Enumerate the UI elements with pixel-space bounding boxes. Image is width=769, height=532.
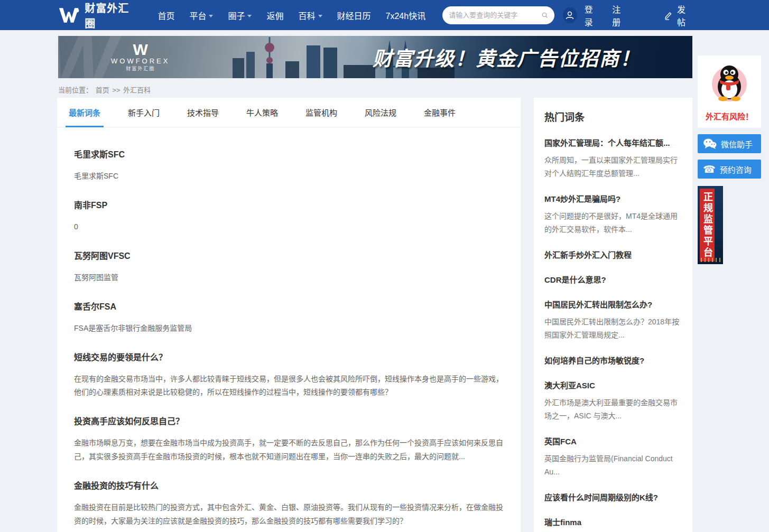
banner-watermark: W — [58, 36, 117, 78]
nav-item-home[interactable]: 首页 — [150, 0, 182, 30]
banner-logo-subname: 财富外汇圈 — [111, 65, 170, 72]
consult-booking-label: 预约咨询 — [720, 164, 752, 175]
list-item: MT4炒外汇是骗局吗? 这个问题提的不是很好，MT4是全球通用的外汇交易软件，软… — [544, 193, 682, 236]
tab-label: 最新词条 — [69, 107, 100, 118]
regulated-platform-ad-banner[interactable]: 正规监管平台 — [698, 186, 723, 264]
nav-item-label: 平台 — [189, 9, 206, 22]
search-icon[interactable] — [542, 11, 548, 20]
side-item-title[interactable]: 国家外汇管理局：个人每年结汇额... — [544, 137, 682, 148]
side-item-desc: 英国金融行为监管局(Financial Conduct Au... — [544, 452, 682, 478]
tab-risk-regulation[interactable]: 风险法规 — [365, 98, 396, 127]
nav-item-calendar[interactable]: 财经日历 — [330, 0, 378, 30]
register-link[interactable]: 注册 — [612, 3, 627, 28]
tab-regulators[interactable]: 监管机构 — [305, 98, 337, 127]
article-title[interactable]: 投资高手应该如何反思自己？ — [74, 414, 504, 427]
nav-item-news[interactable]: 7x24h快讯 — [378, 0, 433, 30]
search-box[interactable] — [442, 6, 554, 24]
list-item: 英国FCA 英国金融行为监管局(Financial Conduct Au... — [544, 436, 682, 478]
breadcrumb-separator: >> — [112, 86, 120, 94]
article-title[interactable]: 短线交易的要领是什么？ — [74, 350, 504, 363]
side-item-title[interactable]: 中国居民外汇转出限制怎么办? — [544, 299, 682, 310]
side-item-title[interactable]: 英国FCA — [544, 436, 682, 447]
ad-banner[interactable]: W W WOWFOREX 财富外汇圈 财富升级！黄金广告位招商！ — [58, 36, 692, 78]
article-item: 短线交易的要领是什么？ 在现有的金融交易市场当中，许多人都比较青睐于短线交易，但… — [74, 350, 504, 400]
wechat-icon — [703, 138, 717, 150]
brand-logo-link[interactable]: 财富外汇圈 — [58, 0, 135, 31]
breadcrumb: 当前位置： 首页 >> 外汇百科 — [58, 85, 152, 95]
banner-logo: W WOWFOREX 财富外汇圈 — [111, 42, 170, 72]
nav-item-circle[interactable]: 圈子 — [220, 0, 259, 30]
article-desc: 金融投资在目前是比较热门的投资方式，其中包含外汇、黄金、白银、原油投资等。我们从… — [74, 501, 504, 528]
phone-icon: ☎ — [703, 164, 716, 174]
side-item-title[interactable]: MT4炒外汇是骗局吗? — [544, 193, 682, 204]
login-link[interactable]: 登录 — [585, 3, 599, 28]
forex-risk-warning: 外汇有风险！ — [702, 110, 757, 122]
search-input[interactable] — [449, 11, 542, 19]
wechat-helper-button[interactable]: 微信助手 — [698, 134, 761, 153]
qq-penguin-icon — [709, 62, 750, 103]
article-item: 毛里求斯SFC 毛里求斯SFC — [74, 147, 504, 183]
tab-beginner[interactable]: 新手入门 — [128, 98, 160, 127]
article-desc: 毛里求斯SFC — [74, 170, 504, 183]
side-item-title[interactable]: 如何培养自己的市场敏锐度? — [544, 355, 682, 366]
chevron-down-icon — [247, 15, 252, 17]
main-content-card: 最新词条 新手入门 技术指导 牛人策略 监管机构 风险法规 金融事件 毛里求斯S… — [57, 98, 521, 532]
article-desc: FSA是塞舌尔非银行金融服务监管局 — [74, 322, 504, 335]
hot-entries-title: 热门词条 — [544, 109, 682, 124]
nav-item-platform[interactable]: 平台 — [182, 0, 220, 30]
brand-name: 财富外汇圈 — [85, 0, 135, 31]
qq-contact-widget[interactable]: 外汇有风险！ — [698, 55, 761, 128]
list-item: 应该看什么时间周期级别的K线? — [544, 492, 682, 503]
nav-item-label: 财经日历 — [337, 9, 371, 22]
category-tabs: 最新词条 新手入门 技术指导 牛人策略 监管机构 风险法规 金融事件 — [57, 98, 521, 127]
list-item: 外汇新手炒外汇入门教程 — [544, 249, 682, 260]
list-item: 中国居民外汇转出限制怎么办? 中国居民外汇转出限制怎么办？2018年按照国家外汇… — [544, 299, 682, 341]
nav-item-label: 首页 — [157, 9, 174, 22]
pencil-icon — [663, 10, 673, 21]
city-lights-decoration — [701, 258, 721, 262]
post-button[interactable]: 发帖 — [663, 3, 692, 28]
tab-label: 监管机构 — [305, 107, 337, 118]
hot-entries-card: 热门词条 国家外汇管理局：个人每年结汇额... 众所周知，一直以来国家外汇管理局… — [534, 98, 692, 532]
nav-item-label: 返佣 — [266, 9, 283, 22]
regulated-platform-ad-text: 正规监管平台 — [702, 192, 712, 258]
article-title[interactable]: 南非FSP — [74, 198, 504, 211]
article-desc: 瓦努阿图监管 — [74, 271, 504, 285]
article-title[interactable]: 塞舌尔FSA — [74, 300, 504, 312]
nav-item-wiki[interactable]: 百科 — [291, 0, 330, 30]
nav-item-rebate[interactable]: 返佣 — [259, 0, 291, 30]
list-item: 瑞士finma 瑞士金融市场管理局是瑞士负责金融监管 — [544, 517, 682, 532]
side-item-title[interactable]: 外汇新手炒外汇入门教程 — [544, 249, 682, 260]
article-title[interactable]: 金融投资的技巧有什么 — [74, 479, 504, 491]
tab-financial-events[interactable]: 金融事件 — [424, 98, 456, 127]
side-item-desc: 众所周知，一直以来国家外汇管理局实行对个人结购汇年度总额管理... — [544, 154, 682, 180]
avatar[interactable] — [563, 7, 577, 23]
chevron-down-icon — [209, 15, 213, 17]
side-item-title[interactable]: CDR是什么意思? — [544, 274, 682, 285]
side-item-title[interactable]: 瑞士finma — [544, 517, 682, 528]
article-desc: 金融市场瞬息万变，想要在金融市场当中成为投资高手，就一定要不断的去反思自己，那么… — [74, 436, 504, 464]
nav-menu: 首页 平台 圈子 返佣 百科 财经日历 — [150, 0, 433, 30]
chevron-down-icon — [318, 15, 322, 17]
tab-technical-guidance[interactable]: 技术指导 — [187, 98, 219, 127]
article-item: 瓦努阿图VFSC 瓦努阿图监管 — [74, 249, 504, 285]
article-item: 南非FSP 0 — [74, 198, 504, 234]
article-desc: 在现有的金融交易市场当中，许多人都比较青睐于短线交易，但是很多人也会被其风险所吓… — [74, 372, 504, 400]
article-item: 塞舌尔FSA FSA是塞舌尔非银行金融服务监管局 — [74, 300, 504, 335]
floating-widgets: 外汇有风险！ 微信助手 ☎ 预约咨询 — [698, 55, 761, 264]
article-title[interactable]: 瓦努阿图VFSC — [74, 249, 504, 262]
breadcrumb-home-link[interactable]: 首页 — [96, 86, 109, 94]
consult-booking-button[interactable]: ☎ 预约咨询 — [698, 160, 761, 179]
tab-label: 牛人策略 — [246, 107, 278, 118]
tab-label: 风险法规 — [365, 107, 396, 118]
article-list: 毛里求斯SFC 毛里求斯SFC 南非FSP 0 瓦努阿图VFSC 瓦努阿图监管 … — [57, 127, 521, 528]
nav-item-label: 百科 — [299, 9, 316, 22]
banner-logo-mark: W — [111, 42, 170, 57]
banner-logo-name: WOWFOREX — [111, 57, 170, 65]
list-item: 澳大利亚ASIC 外汇市场是澳大利亚最重要的金融交易市场之一，ASIC 与澳大.… — [544, 380, 682, 422]
side-item-title[interactable]: 澳大利亚ASIC — [544, 380, 682, 391]
tab-expert-strategy[interactable]: 牛人策略 — [246, 98, 278, 127]
article-title[interactable]: 毛里求斯SFC — [74, 147, 504, 160]
side-item-title[interactable]: 应该看什么时间周期级别的K线? — [544, 492, 682, 503]
tab-latest-entries[interactable]: 最新词条 — [69, 98, 100, 127]
